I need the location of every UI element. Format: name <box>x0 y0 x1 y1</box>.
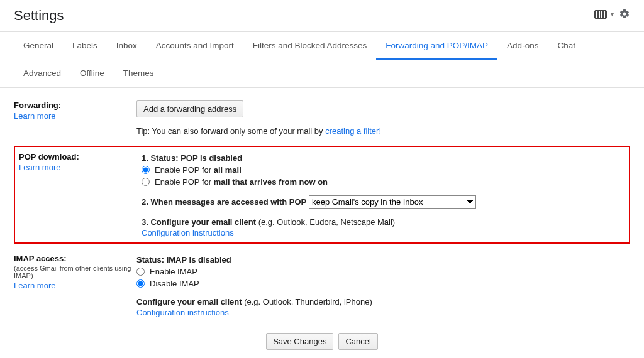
pop-enable-all-radio[interactable] <box>142 166 150 174</box>
imap-subtitle: (access Gmail from other clients using I… <box>14 264 136 279</box>
pop-section: POP download: Learn more 1. Status: POP … <box>15 152 629 237</box>
create-filter-link[interactable]: creating a filter! <box>325 126 381 136</box>
pop-enable-from-now-radio[interactable] <box>142 178 150 186</box>
forwarding-tip: Tip: You can also forward only some of y… <box>136 126 630 136</box>
pop-status: 1. Status: POP is disabled <box>142 153 625 163</box>
tab-accounts[interactable]: Accounts and Import <box>147 32 243 60</box>
chevron-down-icon: ▼ <box>609 11 615 18</box>
pop-config-instructions-link[interactable]: Configuration instructions <box>142 228 234 237</box>
imap-disable-option[interactable]: Disable IMAP <box>136 279 630 288</box>
forwarding-section: Forwarding: Learn more Add a forwarding … <box>14 94 630 142</box>
imap-configure-text: Configure your email client (e.g. Outloo… <box>136 297 630 306</box>
gear-icon <box>619 8 630 19</box>
imap-disable-radio[interactable] <box>136 279 145 288</box>
header-actions: ▼ <box>594 8 630 21</box>
pop-enable-from-now-label: Enable POP for mail that arrives from no… <box>155 177 328 187</box>
forwarding-title: Forwarding: <box>14 100 136 110</box>
footer-buttons: Save Changes Cancel <box>14 325 630 356</box>
imap-title: IMAP access: <box>14 254 136 263</box>
pop-when-select[interactable]: keep Gmail's copy in the Inbox <box>309 195 476 209</box>
imap-enable-label: Enable IMAP <box>150 267 197 276</box>
imap-config-instructions-link[interactable]: Configuration instructions <box>136 308 229 317</box>
pop-enable-from-now-option[interactable]: Enable POP for mail that arrives from no… <box>142 177 625 187</box>
forwarding-learn-more-link[interactable]: Learn more <box>14 111 55 121</box>
page-title: Settings <box>14 8 64 24</box>
add-forwarding-address-button[interactable]: Add a forwarding address <box>136 100 243 117</box>
forwarding-tip-text: Tip: You can also forward only some of y… <box>136 126 325 136</box>
save-changes-button[interactable]: Save Changes <box>266 333 333 350</box>
imap-section: IMAP access: (access Gmail from other cl… <box>14 247 630 323</box>
pop-title: POP download: <box>19 152 142 161</box>
header: Settings ▼ <box>0 0 644 32</box>
pop-learn-more-link[interactable]: Learn more <box>19 163 60 172</box>
imap-status: Status: IMAP is disabled <box>136 255 630 264</box>
tab-themes[interactable]: Themes <box>114 60 164 87</box>
tab-general[interactable]: General <box>14 32 63 60</box>
tab-advanced[interactable]: Advanced <box>14 60 70 87</box>
settings-gear-button[interactable] <box>619 8 630 21</box>
tab-offline[interactable]: Offline <box>70 60 114 87</box>
tab-filters[interactable]: Filters and Blocked Addresses <box>243 32 377 60</box>
tab-addons[interactable]: Add-ons <box>497 32 548 60</box>
pop-configure-text: 3. Configure your email client (e.g. Out… <box>142 217 625 227</box>
cancel-button[interactable]: Cancel <box>338 333 377 350</box>
imap-disable-label: Disable IMAP <box>150 279 199 288</box>
settings-content: Forwarding: Learn more Add a forwarding … <box>0 88 644 358</box>
imap-enable-radio[interactable] <box>136 268 145 276</box>
tab-labels[interactable]: Labels <box>63 32 107 60</box>
pop-enable-all-label: Enable POP for all mail <box>155 165 242 175</box>
tab-chat[interactable]: Chat <box>548 32 585 60</box>
tab-inbox[interactable]: Inbox <box>107 32 147 60</box>
tab-forwarding-pop-imap[interactable]: Forwarding and POP/IMAP <box>376 32 497 60</box>
pop-download-highlight-box: POP download: Learn more 1. Status: POP … <box>14 146 630 244</box>
pop-enable-all-mail-option[interactable]: Enable POP for all mail <box>142 165 625 175</box>
settings-tabs: General Labels Inbox Accounts and Import… <box>0 32 644 88</box>
keyboard-icon <box>594 10 607 19</box>
imap-enable-option[interactable]: Enable IMAP <box>136 267 630 276</box>
imap-learn-more-link[interactable]: Learn more <box>14 281 55 290</box>
input-tools-button[interactable]: ▼ <box>594 10 615 19</box>
pop-when-label: 2. When messages are accessed with POP <box>142 197 306 207</box>
